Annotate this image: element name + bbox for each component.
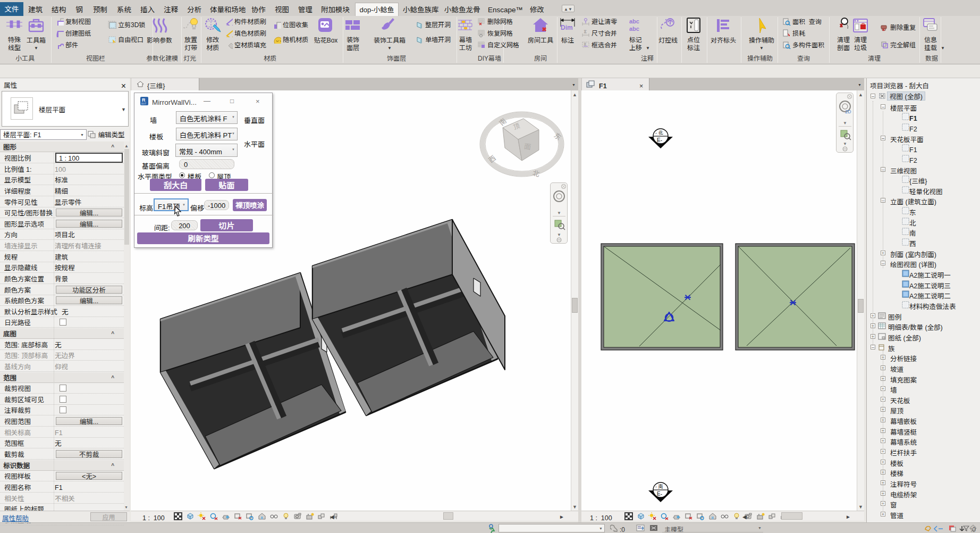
svg-text:2D: 2D [845,108,851,115]
svg-text:面: 面 [523,140,532,152]
svg-text:abc: abc [629,18,639,24]
svg-text:北: 北 [531,167,540,179]
svg-text:Σ: Σ [584,41,586,46]
svg-text:R: R [142,97,146,103]
svg-text:E-: E- [657,136,662,144]
svg-text:abc: abc [629,26,639,32]
svg-text:E-: E- [657,489,662,497]
svg-text:Dim: Dim [561,24,573,31]
svg-text:Σ: Σ [584,29,587,34]
svg-text:RVT: RVT [141,103,146,105]
